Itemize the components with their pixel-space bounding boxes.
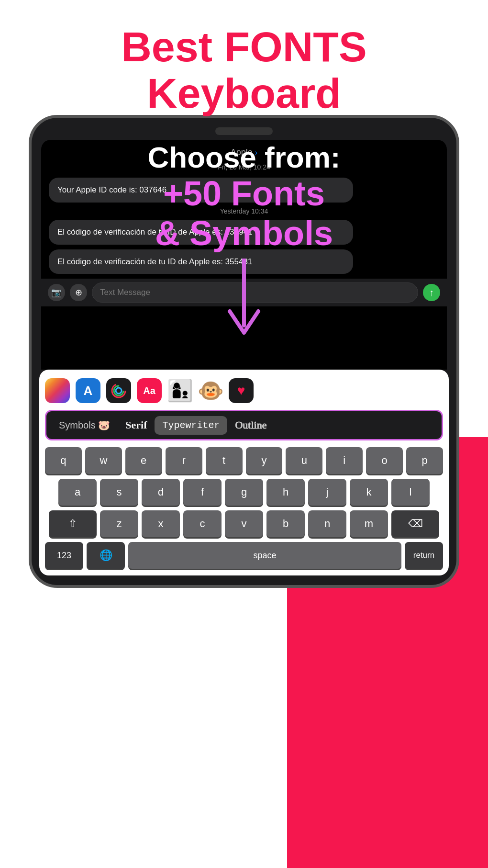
key-j[interactable]: j [308,479,346,506]
key-b[interactable]: b [266,510,305,537]
key-space[interactable]: space [128,542,401,569]
msg-bubble-3: El código de verificación de tu ID de Ap… [49,249,353,274]
photos-app-icon[interactable] [45,378,70,403]
header-line1: Best FONTS [121,23,366,70]
keyboard-row-2: a s d f g h j k l [45,479,443,506]
keyboard-area: A Aa 👩‍👦 🐵 ♥ Sym [39,370,449,575]
key-g[interactable]: g [225,479,263,506]
emoji2-icon[interactable]: 🐵 [198,378,223,403]
phone-frame: Apple › Fri, 20 Mar, 10:24 Your Apple ID… [29,115,459,588]
appstore-icon[interactable]: A [76,378,100,403]
backspace-key[interactable]: ⌫ [391,510,439,537]
key-q[interactable]: q [45,447,82,474]
key-s[interactable]: s [100,479,138,506]
key-p[interactable]: p [406,447,443,474]
phone-wrapper: Apple › Fri, 20 Mar, 10:24 Your Apple ID… [29,115,459,588]
key-n[interactable]: n [308,510,346,537]
header-line2: Keyboard [147,69,341,117]
font-option-serif[interactable]: Serif [118,415,155,435]
font-app-icon[interactable]: Aa [137,378,162,403]
key-k[interactable]: k [350,479,388,506]
font-selector-bar[interactable]: Symbols 🐷 Serif Typewriter Outline [45,410,443,440]
header-title: Best FONTS Keyboard [29,24,459,117]
arrow-down [225,259,263,347]
heart-app-icon[interactable]: ♥ [229,378,254,403]
camera-button[interactable]: 📷 [48,284,65,301]
key-a[interactable]: a [58,479,97,506]
key-globe[interactable]: 🌐 [87,542,125,569]
key-r[interactable]: r [166,447,202,474]
key-x[interactable]: x [142,510,180,537]
msg-bubble-1: Your Apple ID code is: 037646 [49,178,353,203]
key-i[interactable]: i [326,447,363,474]
key-return[interactable]: return [405,542,443,569]
key-123[interactable]: 123 [45,542,83,569]
key-l[interactable]: l [391,479,430,506]
keyboard-bottom-row: 123 🌐 space return [45,542,443,569]
font-option-outline[interactable]: Outline [227,415,274,435]
key-e[interactable]: e [125,447,162,474]
msg-timestamp-1: Fri, 20 Mar, 10:24 [41,163,447,171]
keyboard-row-3: ⇧ z x c v b n m ⌫ [45,510,443,537]
emoji1-icon[interactable]: 👩‍👦 [167,378,192,403]
messages-contact: Apple › [41,145,447,163]
header: Best FONTS Keyboard [0,0,488,131]
msg-timestamp-2: Yesterday 10:34 [41,207,447,215]
fitness-icon[interactable] [106,378,131,403]
font-option-typewriter[interactable]: Typewriter [155,416,227,435]
msg-bubble-2: El código de verificación de tu ID de Ap… [49,220,353,245]
shift-key[interactable]: ⇧ [49,510,97,537]
key-h[interactable]: h [266,479,305,506]
contact-chevron: › [255,148,257,157]
key-u[interactable]: u [286,447,322,474]
send-button[interactable]: ↑ [423,284,440,301]
key-y[interactable]: y [246,447,283,474]
app-switcher-row: A Aa 👩‍👦 🐵 ♥ [45,376,443,410]
font-option-symbols[interactable]: Symbols 🐷 [51,416,118,435]
key-z[interactable]: z [100,510,138,537]
key-c[interactable]: c [183,510,222,537]
key-o[interactable]: o [366,447,403,474]
svg-point-2 [116,388,122,394]
key-v[interactable]: v [225,510,263,537]
keyboard-row-1: q w e r t y u i o p [45,447,443,474]
key-m[interactable]: m [350,510,388,537]
apps-button[interactable]: ⊕ [70,284,87,301]
key-t[interactable]: t [206,447,243,474]
key-d[interactable]: d [142,479,180,506]
key-f[interactable]: f [183,479,222,506]
key-w[interactable]: w [85,447,122,474]
